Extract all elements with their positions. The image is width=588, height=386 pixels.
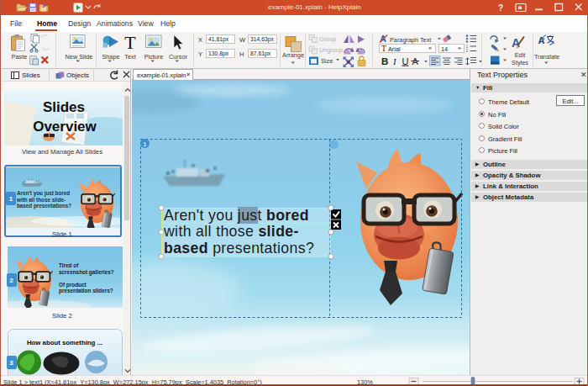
svg-text:1: 1 (466, 45, 469, 49)
svg-text:2: 2 (466, 49, 469, 53)
svg-text:screenshot galleries?: screenshot galleries? (59, 269, 114, 276)
svg-text:T: T (381, 45, 386, 53)
svg-text:presentation sliders?: presentation sliders? (59, 288, 113, 294)
svg-text:Overview: Overview (33, 119, 97, 135)
svg-text:with all those slide-: with all those slide- (16, 197, 66, 203)
svg-text:Slides: Slides (43, 99, 85, 115)
svg-text:I: I (392, 56, 397, 66)
svg-text:Tired of: Tired of (59, 262, 79, 268)
svg-text:1: 1 (143, 140, 147, 148)
svg-text:T: T (124, 32, 136, 53)
svg-text:U: U (402, 56, 409, 66)
svg-text:?: ? (498, 3, 503, 13)
svg-text:How about something ...: How about something ... (27, 339, 102, 346)
svg-text:based presentations?: based presentations? (17, 203, 71, 209)
svg-text:B: B (381, 56, 388, 66)
